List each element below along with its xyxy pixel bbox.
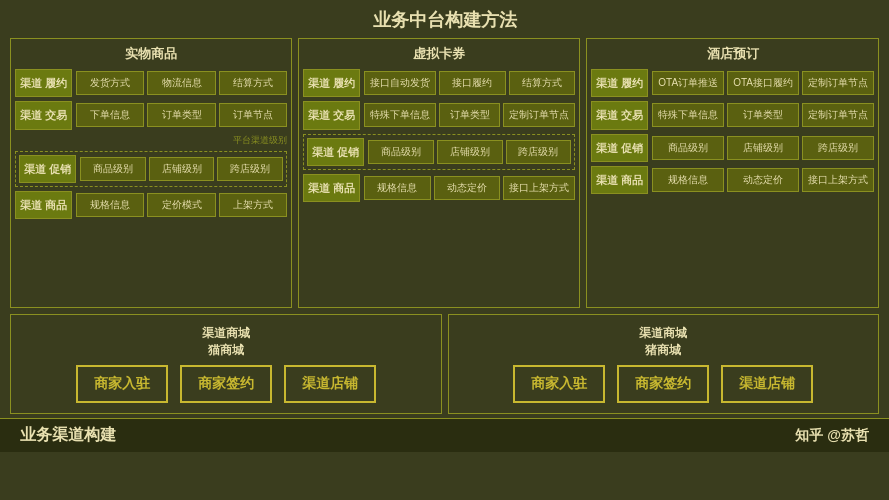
section-virtual-card: 虚拟卡券渠道 履约接口自动发货接口履约结算方式渠道 交易特殊下单信息订单类型定制… bbox=[298, 38, 580, 308]
tag: 接口履约 bbox=[439, 71, 506, 95]
tag: 规格信息 bbox=[652, 168, 724, 192]
tag-group: 下单信息订单类型订单节点 bbox=[76, 103, 287, 127]
tag: 物流信息 bbox=[147, 71, 215, 95]
channel-label: 渠道 商品 bbox=[15, 191, 72, 219]
channel-row-3: 渠道 商品规格信息定价模式上架方式 bbox=[15, 191, 287, 219]
channel-row-2: 渠道 促销商品级别店铺级别跨店级别 bbox=[303, 134, 575, 170]
tag: 接口上架方式 bbox=[503, 176, 575, 200]
channel-row-0: 渠道 履约OTA订单推送OTA接口履约定制订单节点 bbox=[591, 69, 874, 97]
channel-row-0: 渠道 履约接口自动发货接口履约结算方式 bbox=[303, 69, 575, 97]
page-title: 业务中台构建方法 bbox=[0, 0, 889, 38]
tag: 接口上架方式 bbox=[802, 168, 874, 192]
tag: 定制订单节点 bbox=[802, 103, 874, 127]
tag: 定制订单节点 bbox=[503, 103, 575, 127]
store-store-pig: 渠道商城猪商城商家入驻商家签约渠道店铺 bbox=[448, 314, 880, 414]
store-button[interactable]: 渠道店铺 bbox=[284, 365, 376, 403]
channel-label: 渠道 交易 bbox=[15, 101, 72, 129]
tag: 规格信息 bbox=[364, 176, 431, 200]
channel-label: 渠道 促销 bbox=[591, 134, 648, 162]
tag-group: 商品级别店铺级别跨店级别 bbox=[80, 157, 283, 181]
channel-row-1: 渠道 交易特殊下单信息订单类型定制订单节点 bbox=[303, 101, 575, 129]
tag: 跨店级别 bbox=[802, 136, 874, 160]
tag: 动态定价 bbox=[434, 176, 501, 200]
tag: OTA订单推送 bbox=[652, 71, 724, 95]
tag: 接口自动发货 bbox=[364, 71, 436, 95]
top-row: 实物商品渠道 履约发货方式物流信息结算方式渠道 交易下单信息订单类型订单节点平台… bbox=[10, 38, 879, 308]
tag: 特殊下单信息 bbox=[652, 103, 724, 127]
channel-label: 渠道 促销 bbox=[19, 155, 76, 183]
tag-group: 规格信息定价模式上架方式 bbox=[76, 193, 287, 217]
tag: 店铺级别 bbox=[437, 140, 503, 164]
tag-group: OTA订单推送OTA接口履约定制订单节点 bbox=[652, 71, 874, 95]
tag: 商品级别 bbox=[368, 140, 434, 164]
tag: 发货方式 bbox=[76, 71, 144, 95]
dashed-section: 渠道 促销商品级别店铺级别跨店级别 bbox=[15, 151, 287, 187]
tag: OTA接口履约 bbox=[727, 71, 799, 95]
tag: 结算方式 bbox=[509, 71, 576, 95]
tag-group: 规格信息动态定价接口上架方式 bbox=[364, 176, 575, 200]
tag-group: 发货方式物流信息结算方式 bbox=[76, 71, 287, 95]
section-physical-goods: 实物商品渠道 履约发货方式物流信息结算方式渠道 交易下单信息订单类型订单节点平台… bbox=[10, 38, 292, 308]
channel-label: 渠道 商品 bbox=[303, 174, 360, 202]
channel-label: 渠道 促销 bbox=[307, 138, 364, 166]
tag: 商品级别 bbox=[652, 136, 724, 160]
channel-label: 渠道 履约 bbox=[15, 69, 72, 97]
section-title-virtual-card: 虚拟卡券 bbox=[303, 43, 575, 65]
channel-label: 渠道 交易 bbox=[591, 101, 648, 129]
section-hotel-booking: 酒店预订渠道 履约OTA订单推送OTA接口履约定制订单节点渠道 交易特殊下单信息… bbox=[586, 38, 879, 308]
store-title: 渠道商城猪商城 bbox=[639, 325, 687, 359]
tag: 跨店级别 bbox=[217, 157, 283, 181]
tag: 规格信息 bbox=[76, 193, 144, 217]
channel-row-2: 渠道 促销商品级别店铺级别跨店级别 bbox=[591, 134, 874, 162]
tag: 结算方式 bbox=[219, 71, 287, 95]
store-button[interactable]: 商家入驻 bbox=[513, 365, 605, 403]
platform-label: 平台渠道级别 bbox=[15, 134, 287, 147]
store-button[interactable]: 商家签约 bbox=[180, 365, 272, 403]
main-content: 实物商品渠道 履约发货方式物流信息结算方式渠道 交易下单信息订单类型订单节点平台… bbox=[0, 38, 889, 414]
tag: 订单节点 bbox=[219, 103, 287, 127]
tag: 商品级别 bbox=[80, 157, 146, 181]
tag-group: 规格信息动态定价接口上架方式 bbox=[652, 168, 874, 192]
store-button[interactable]: 商家入驻 bbox=[76, 365, 168, 403]
dashed-section: 渠道 促销商品级别店铺级别跨店级别 bbox=[303, 134, 575, 170]
tag-group: 特殊下单信息订单类型定制订单节点 bbox=[652, 103, 874, 127]
channel-row-3: 渠道 商品规格信息动态定价接口上架方式 bbox=[591, 166, 874, 194]
channel-row-2: 平台渠道级别渠道 促销商品级别店铺级别跨店级别 bbox=[15, 134, 287, 187]
section-title-hotel-booking: 酒店预订 bbox=[591, 43, 874, 65]
store-button[interactable]: 渠道店铺 bbox=[721, 365, 813, 403]
tag: 定制订单节点 bbox=[802, 71, 874, 95]
channel-row-1: 渠道 交易下单信息订单类型订单节点 bbox=[15, 101, 287, 129]
tag: 订单类型 bbox=[439, 103, 500, 127]
channel-label: 渠道 履约 bbox=[303, 69, 360, 97]
footer-bar: 业务渠道构建 知乎 @苏哲 bbox=[0, 418, 889, 452]
tag-group: 商品级别店铺级别跨店级别 bbox=[652, 136, 874, 160]
tag: 订单类型 bbox=[147, 103, 215, 127]
tag: 上架方式 bbox=[219, 193, 287, 217]
tag: 动态定价 bbox=[727, 168, 799, 192]
channel-label: 渠道 交易 bbox=[303, 101, 360, 129]
channel-row-3: 渠道 商品规格信息动态定价接口上架方式 bbox=[303, 174, 575, 202]
store-buttons: 商家入驻商家签约渠道店铺 bbox=[76, 365, 376, 403]
store-button[interactable]: 商家签约 bbox=[617, 365, 709, 403]
bottom-row: 渠道商城猫商城商家入驻商家签约渠道店铺渠道商城猪商城商家入驻商家签约渠道店铺 bbox=[10, 314, 879, 414]
tag-group: 特殊下单信息订单类型定制订单节点 bbox=[364, 103, 575, 127]
tag-group: 接口自动发货接口履约结算方式 bbox=[364, 71, 575, 95]
footer-right: 知乎 @苏哲 bbox=[795, 427, 869, 445]
channel-label: 渠道 履约 bbox=[591, 69, 648, 97]
channel-label: 渠道 商品 bbox=[591, 166, 648, 194]
store-store-cat: 渠道商城猫商城商家入驻商家签约渠道店铺 bbox=[10, 314, 442, 414]
tag: 下单信息 bbox=[76, 103, 144, 127]
channel-row-0: 渠道 履约发货方式物流信息结算方式 bbox=[15, 69, 287, 97]
tag: 订单类型 bbox=[727, 103, 799, 127]
tag: 店铺级别 bbox=[727, 136, 799, 160]
channel-row-1: 渠道 交易特殊下单信息订单类型定制订单节点 bbox=[591, 101, 874, 129]
footer-left: 业务渠道构建 bbox=[20, 425, 116, 446]
section-title-physical-goods: 实物商品 bbox=[15, 43, 287, 65]
store-buttons: 商家入驻商家签约渠道店铺 bbox=[513, 365, 813, 403]
tag: 定价模式 bbox=[147, 193, 215, 217]
tag: 特殊下单信息 bbox=[364, 103, 436, 127]
tag-group: 商品级别店铺级别跨店级别 bbox=[368, 140, 571, 164]
store-title: 渠道商城猫商城 bbox=[202, 325, 250, 359]
tag: 跨店级别 bbox=[506, 140, 572, 164]
tag: 店铺级别 bbox=[149, 157, 215, 181]
